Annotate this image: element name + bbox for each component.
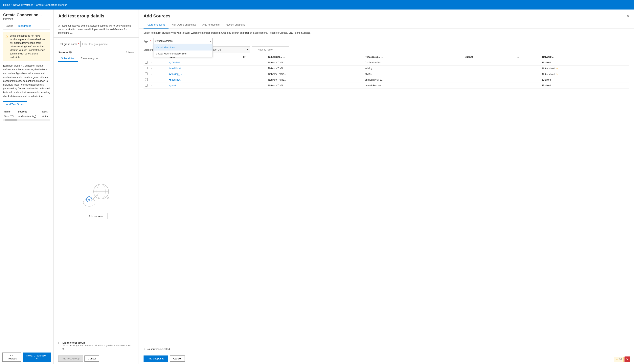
bottom-status: ⚠ 10 ✕	[614, 356, 630, 362]
row-name-1[interactable]: aahilvnet	[171, 67, 181, 70]
breadcrumb-create-monitor[interactable]: Create Connection Monitor	[36, 3, 67, 6]
row-name-2[interactable]: testing_...	[171, 73, 182, 76]
col-rg-header[interactable]: Resource g... ↑↓	[363, 54, 463, 60]
row-sources: aahilvnet(aahilrg)	[17, 114, 42, 118]
table-row[interactable]: DemoTG aahilvnet(aahilrg) Anim	[3, 114, 50, 118]
region-select[interactable]: East US ▾	[210, 46, 250, 53]
row-checkbox-3[interactable]	[145, 78, 148, 81]
row-rg-3: abhilashaVM_g...	[363, 77, 463, 83]
sources-label: Sources ⓘ	[58, 51, 72, 54]
row-checkbox-0[interactable]	[145, 61, 148, 64]
col-select	[144, 54, 149, 60]
no-sources-text: No sources selected	[147, 348, 170, 350]
next-button[interactable]: Next : Create alert >>	[23, 352, 51, 362]
sidebar-tab-more[interactable]: ...	[44, 23, 50, 29]
ep-tab-recent[interactable]: Recent endpoint	[223, 21, 248, 28]
sep2: ›	[34, 4, 35, 6]
right-desc: Select from a list of Azure VMs with Net…	[139, 29, 634, 36]
row-checkbox-1[interactable]	[145, 67, 148, 69]
breadcrumb-home[interactable]: Home	[3, 3, 10, 6]
row-ip-3	[242, 77, 267, 83]
add-test-group-button[interactable]: Add Test Group	[3, 102, 27, 107]
table-row[interactable]: › ⇆ abhilash. Network Traffic... abhilas…	[144, 77, 629, 83]
sidebar-tabs: Basics Test groups ...	[3, 23, 50, 30]
row-expand-3[interactable]: ›	[151, 78, 152, 81]
col-sort-header[interactable]: ↑↓	[515, 54, 541, 60]
table-row[interactable]: › ⇆ vnet_1 Network Traffic... deveshReso…	[144, 83, 629, 88]
close-icon[interactable]: ✕	[626, 14, 629, 18]
sep3: ›	[68, 4, 69, 6]
filter-by-name-input[interactable]	[252, 46, 289, 53]
row-ip-2	[242, 71, 267, 77]
vm-icon-3: ⇆	[169, 78, 171, 81]
dropdown-item-vmss[interactable]: Virtual Machine Scale Sets	[153, 50, 212, 57]
row-ip-4	[242, 83, 267, 88]
error-button[interactable]: ✕	[624, 356, 630, 362]
tab-test-groups[interactable]: Test groups	[16, 23, 34, 29]
warn-icon-2: ⚠	[556, 72, 558, 76]
cancel-middle-button[interactable]: Cancel	[85, 356, 99, 362]
tab-basics[interactable]: Basics	[3, 23, 16, 29]
middle-desc: A Test group lets you define a logical g…	[54, 21, 139, 38]
add-endpoints-button[interactable]: Add endpoints	[144, 356, 168, 362]
sort-rg-icon[interactable]: ↑↓	[381, 56, 383, 58]
region-value: East US	[212, 48, 221, 51]
row-name-4[interactable]: vnet_1	[171, 84, 179, 87]
cancel-right-button[interactable]: Cancel	[170, 356, 185, 362]
previous-button[interactable]: << Previous	[3, 352, 21, 362]
row-subnet-2	[463, 71, 515, 77]
row-sub-4: Network Traffic...	[267, 83, 363, 88]
ep-tab-arc[interactable]: ARC endpoints	[199, 21, 223, 28]
row-dest: Anim	[42, 114, 50, 118]
table-row[interactable]: › ⇆ testing_... Network Traffic... MyRG …	[144, 71, 629, 77]
sidebar-title: Create Connection...	[3, 13, 50, 17]
row-name: DemoTG	[3, 114, 17, 118]
row-name-3[interactable]: abhilash.	[171, 78, 181, 81]
add-sources-button[interactable]: Add sources	[85, 213, 107, 219]
right-header: Add Sources ✕	[139, 10, 634, 21]
row-expand-0[interactable]: ›	[151, 62, 152, 64]
main-container: Create Connection... Microsoft Basics Te…	[0, 10, 634, 364]
test-group-name-input[interactable]	[81, 41, 134, 47]
table-row[interactable]: › ⇆ aahilvnet Network Traffic... aahilrg…	[144, 66, 629, 71]
disable-test-group-row: Disable test group While creating the Co…	[54, 338, 139, 353]
warning-box: ⚠ Some endpoints do not have monitoring …	[3, 32, 50, 61]
col-ip-header: IP	[242, 54, 267, 60]
disable-test-group-checkbox[interactable]	[58, 342, 61, 344]
row-network-3: Enabled	[541, 77, 629, 83]
middle-menu-icon[interactable]: ...	[131, 14, 134, 18]
tab-resource-group[interactable]: Resource grou...	[78, 55, 103, 62]
row-name-0[interactable]: DtlNPM..	[171, 61, 181, 64]
breadcrumb-network-watcher[interactable]: Network Watcher	[13, 3, 33, 6]
row-network-0: Enabled	[541, 60, 629, 66]
row-expand-2[interactable]: ›	[151, 73, 152, 75]
col-sub-header[interactable]: Subscripti... ↑↓	[267, 54, 363, 60]
chevron-up-icon[interactable]: ∧	[144, 348, 145, 350]
row-expand-4[interactable]: ›	[151, 84, 152, 87]
tab-subscription[interactable]: Subscription	[58, 55, 78, 62]
ep-tab-non-azure[interactable]: Non-Azure endpoints	[169, 21, 199, 28]
sources-info-icon[interactable]: ⓘ	[69, 51, 72, 54]
table-row[interactable]: › ⇆ DtlNPM.. Network Traffic... CMPrevie…	[144, 60, 629, 66]
scroll-bar-horizontal[interactable]	[3, 119, 50, 121]
add-test-group-footer-button[interactable]: Add Test Group	[58, 356, 83, 362]
type-row: Type * Virtual Machines ▾ Virtual Machin…	[139, 36, 634, 45]
row-expand-1[interactable]: ›	[151, 67, 152, 70]
ep-tab-azure[interactable]: Azure endpoints	[144, 21, 169, 28]
col-name: Name	[3, 110, 17, 114]
row-checkbox-2[interactable]	[145, 72, 148, 75]
type-select[interactable]: Virtual Machines ▾	[153, 38, 213, 44]
vm-icon-1: ⇆	[169, 67, 171, 70]
filter-row: Subscription * Network Traffic Analytics…	[139, 45, 634, 54]
warn-icon-1: ⚠	[556, 67, 558, 70]
type-selected-value: Virtual Machines	[155, 40, 173, 42]
row-network-2: Not enabled ⚠	[541, 71, 629, 77]
middle-panel: Add test group details ... A Test group …	[54, 10, 139, 364]
dropdown-item-vm[interactable]: Virtual Machines	[153, 44, 212, 50]
sources-header: Sources ⓘ 0 Items	[54, 49, 139, 55]
row-ip-1	[242, 66, 267, 71]
sort-subnet-icon[interactable]: ↑↓	[517, 56, 519, 58]
sort-sub-icon[interactable]: ↑↓	[283, 56, 285, 58]
row-checkbox-4[interactable]	[145, 84, 148, 86]
sep1: ›	[11, 4, 12, 6]
